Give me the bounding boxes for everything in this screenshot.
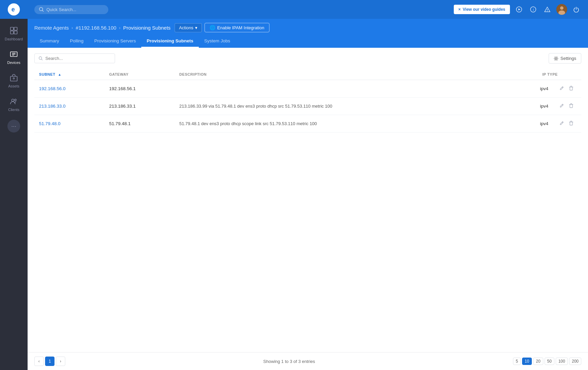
page-size-100[interactable]: 100	[556, 358, 568, 365]
page-size-options: 5 10 20 50 100 200	[513, 358, 581, 365]
settings-button[interactable]: Settings	[549, 53, 581, 64]
sidebar-nav: Dashboard Devices Assets	[0, 19, 28, 370]
breadcrumb: Remote Agents › #1192.168.56.100 › Provi…	[34, 19, 581, 32]
sidebar-item-devices[interactable]: Devices	[0, 46, 28, 69]
page-size-200[interactable]: 200	[569, 358, 581, 365]
sidebar-item-clients[interactable]: Clients	[0, 93, 28, 116]
svg-line-26	[41, 59, 42, 60]
more-button[interactable]: ···	[7, 120, 20, 133]
svg-point-27	[555, 58, 557, 59]
content-area: Settings SUBNET ▲ GATEWAY DESCRIPTION IP…	[28, 48, 588, 370]
col-ip-type: IP TYPE	[491, 69, 581, 80]
cell-ip-type-1: ipv4	[491, 98, 581, 115]
video-guide-label: View our video guides	[463, 7, 505, 12]
svg-marker-17	[518, 8, 520, 10]
clients-icon	[10, 98, 17, 106]
delete-btn-2[interactable]	[568, 120, 575, 127]
col-gateway: GATEWAY	[105, 69, 175, 80]
table-row: 192.168.56.0 192.168.56.1 ipv4	[34, 80, 581, 98]
page-1-button[interactable]: 1	[45, 357, 54, 366]
cell-subnet-0: 192.168.56.0	[34, 80, 105, 98]
showing-text: Showing 1 to 3 of 3 entries	[263, 359, 315, 364]
breadcrumb-sep-2: ›	[119, 25, 120, 30]
cell-gateway-2: 51.79.48.1	[105, 115, 175, 133]
table-wrap: SUBNET ▲ GATEWAY DESCRIPTION IP TYPE 192…	[28, 69, 588, 352]
page-header: Remote Agents › #1192.168.56.100 › Provi…	[28, 19, 588, 48]
tab-polling[interactable]: Polling	[65, 35, 89, 48]
col-subnet[interactable]: SUBNET ▲	[34, 69, 105, 80]
close-x: ×	[458, 7, 461, 12]
table-row: 51.79.48.0 51.79.48.1 51.79.48.1 dev ens…	[34, 115, 581, 133]
enable-ipam-button[interactable]: 🌐 Enable IPAM Integration	[205, 23, 269, 32]
page-size-10[interactable]: 10	[522, 358, 532, 365]
tab-provisioning-subnets[interactable]: Provisioning Subnets	[141, 35, 199, 48]
tabs-row: Summary Polling Provisioning Servers Pro…	[34, 35, 581, 48]
dashboard-icon	[10, 27, 17, 35]
page-size-20[interactable]: 20	[533, 358, 543, 365]
sidebar-item-assets[interactable]: Assets	[0, 69, 28, 93]
svg-point-11	[13, 78, 14, 79]
svg-point-21	[547, 11, 548, 11]
table-search-icon	[39, 56, 43, 61]
cell-description-2: 51.79.48.1 dev ens3 proto dhcp scope lin…	[175, 115, 491, 133]
alert-icon[interactable]	[542, 4, 552, 14]
svg-rect-10	[10, 76, 17, 81]
sidebar-item-dashboard-label: Dashboard	[5, 37, 23, 41]
tab-system-jobs[interactable]: System Jobs	[199, 35, 235, 48]
svg-text:e: e	[11, 6, 15, 13]
edit-btn-1[interactable]	[558, 102, 565, 110]
sidebar: e Dashboard	[0, 0, 28, 370]
settings-label: Settings	[560, 56, 576, 61]
delete-btn-1[interactable]	[568, 102, 575, 110]
tab-provisioning-servers[interactable]: Provisioning Servers	[89, 35, 141, 48]
globe-icon: 🌐	[210, 25, 215, 30]
power-icon[interactable]	[571, 4, 581, 14]
svg-rect-5	[14, 31, 17, 34]
table-search-wrap[interactable]	[34, 53, 115, 63]
table-header-row: SUBNET ▲ GATEWAY DESCRIPTION IP TYPE	[34, 69, 581, 80]
svg-rect-4	[10, 31, 13, 34]
actions-button[interactable]: Actions ▾	[175, 23, 202, 32]
video-guide-button[interactable]: × View our video guides	[454, 5, 510, 14]
info-icon[interactable]: i	[528, 4, 538, 14]
search-icon	[39, 7, 44, 12]
user-avatar[interactable]	[556, 4, 567, 15]
tab-summary[interactable]: Summary	[34, 35, 65, 48]
cell-ip-type-0: ipv4	[491, 80, 581, 98]
cell-gateway-0: 192.168.56.1	[105, 80, 175, 98]
table-search-input[interactable]	[45, 56, 111, 61]
breadcrumb-agent-id[interactable]: #1192.168.56.100	[76, 25, 116, 31]
svg-rect-3	[14, 27, 17, 30]
play-icon[interactable]	[514, 4, 524, 14]
sidebar-item-assets-label: Assets	[8, 84, 19, 88]
devices-icon	[10, 50, 17, 59]
table-row: 213.186.33.0 213.186.33.1 213.186.33.99 …	[34, 98, 581, 115]
quick-search[interactable]: Quick Search...	[34, 5, 108, 14]
sidebar-logo: e	[0, 0, 28, 19]
actions-chevron: ▾	[195, 25, 197, 30]
cell-subnet-2: 51.79.48.0	[34, 115, 105, 133]
cell-description-1: 213.186.33.99 via 51.79.48.1 dev ens3 pr…	[175, 98, 491, 115]
page-size-5[interactable]: 5	[513, 358, 521, 365]
sidebar-item-dashboard[interactable]: Dashboard	[0, 22, 28, 46]
actions-label: Actions	[179, 25, 193, 30]
cell-gateway-1: 213.186.33.1	[105, 98, 175, 115]
breadcrumb-current: Provisioning Subnets	[123, 25, 171, 31]
col-description: DESCRIPTION	[175, 69, 491, 80]
prev-page-button[interactable]: ‹	[34, 357, 44, 366]
main-area: Quick Search... × View our video guides …	[28, 0, 588, 370]
sidebar-item-devices-label: Devices	[7, 61, 20, 65]
edit-btn-0[interactable]	[558, 85, 565, 92]
page-size-50[interactable]: 50	[545, 358, 554, 365]
svg-point-23	[560, 6, 563, 10]
sidebar-item-clients-label: Clients	[8, 108, 20, 112]
delete-btn-0[interactable]	[568, 85, 575, 92]
breadcrumb-sep-1: ›	[72, 25, 73, 30]
ipam-label: Enable IPAM Integration	[217, 25, 264, 30]
edit-btn-2[interactable]	[558, 120, 565, 127]
svg-text:i: i	[533, 7, 534, 11]
svg-line-15	[42, 10, 43, 11]
next-page-button[interactable]: ›	[56, 357, 65, 366]
breadcrumb-remote-agents[interactable]: Remote Agents	[34, 25, 69, 31]
assets-icon	[10, 74, 17, 82]
